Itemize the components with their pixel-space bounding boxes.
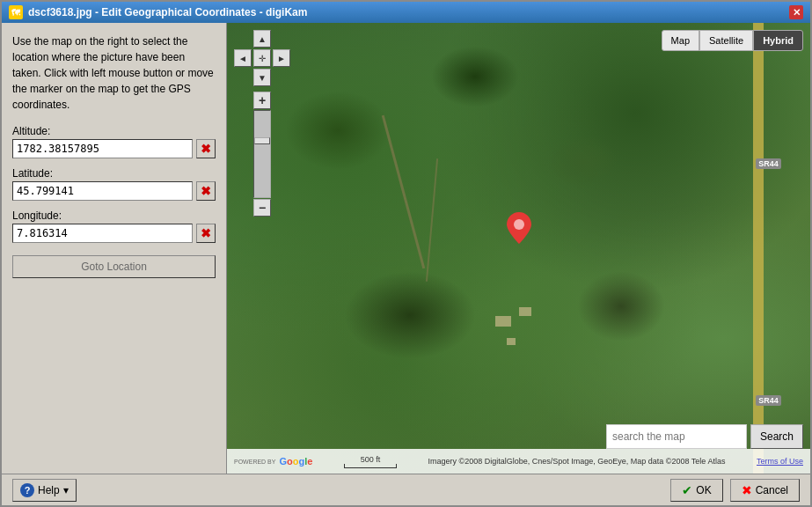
structure-2	[519, 307, 531, 316]
terrain-path-1	[382, 115, 425, 269]
bottom-bar: ? Help ▾ ✔ OK ✖ Cancel	[2, 474, 810, 505]
altitude-clear-button[interactable]: ✖	[196, 139, 216, 158]
terms-of-use-link[interactable]: Terms of Use	[757, 457, 803, 466]
map-search-input[interactable]	[606, 424, 747, 449]
nav-down-row: ▼	[253, 69, 271, 86]
titlebar-icon: 🗺	[9, 5, 23, 19]
map-footer: POWERED BY Google 500 ft Imagery ©2008 D…	[227, 449, 810, 474]
titlebar-title: dscf3618.jpg - Edit Geographical Coordin…	[28, 6, 307, 18]
nav-middle-row: ◄ ✛ ►	[234, 49, 290, 67]
nav-left-button[interactable]: ◄	[234, 49, 252, 67]
latitude-label: Latitude:	[12, 167, 216, 180]
map-copyright: Imagery ©2008 DigitalGlobe, Cnes/Spot Im…	[428, 457, 726, 466]
ok-label: OK	[696, 484, 711, 496]
main-window: 🗺 dscf3618.jpg - Edit Geographical Coord…	[0, 0, 812, 507]
nav-right-button[interactable]: ►	[273, 49, 290, 67]
terrain-path-2	[426, 158, 438, 282]
map-search-button[interactable]: Search	[750, 424, 803, 449]
ok-button[interactable]: ✔ OK	[670, 479, 722, 502]
scale-line	[344, 464, 397, 468]
location-pin-icon	[507, 212, 531, 244]
altitude-label: Altitude:	[12, 125, 216, 137]
structure-3	[507, 338, 516, 345]
road-label-1: SR44	[756, 158, 781, 169]
altitude-field-group: Altitude: ✖	[12, 125, 216, 162]
terrain-patch-5	[577, 271, 665, 342]
longitude-field-group: Longitude: ✖	[12, 209, 216, 246]
zoom-slider-container: + −	[253, 92, 271, 217]
map-type-satellite-button[interactable]: Satellite	[699, 30, 753, 51]
titlebar: 🗺 dscf3618.jpg - Edit Geographical Coord…	[2, 2, 810, 23]
nav-up-button[interactable]: ▲	[253, 30, 271, 48]
navigation-controls: ▲ ◄ ✛ ► ▼ + −	[234, 30, 290, 217]
help-dropdown-icon: ▾	[63, 484, 69, 496]
left-panel: Use the map on the right to select the l…	[2, 23, 226, 474]
ok-check-icon: ✔	[682, 483, 692, 497]
map-type-map-button[interactable]: Map	[662, 30, 699, 51]
zoom-thumb[interactable]	[254, 137, 270, 144]
scale-bar: 500 ft	[344, 455, 397, 468]
road-label-2: SR44	[756, 395, 781, 406]
map-type-hybrid-button[interactable]: Hybrid	[753, 30, 803, 51]
help-label: Help	[38, 484, 60, 496]
help-icon: ?	[20, 483, 34, 497]
map-marker	[507, 212, 531, 246]
terrain-patch-2	[431, 46, 519, 107]
latitude-clear-button[interactable]: ✖	[196, 181, 216, 201]
titlebar-left: 🗺 dscf3618.jpg - Edit Geographical Coord…	[9, 5, 307, 19]
action-buttons: ✔ OK ✖ Cancel	[670, 479, 800, 502]
cancel-button[interactable]: ✖ Cancel	[730, 479, 800, 502]
longitude-clear-button[interactable]: ✖	[196, 224, 216, 243]
latitude-input-row: ✖	[12, 181, 216, 201]
zoom-in-button[interactable]: +	[253, 92, 271, 109]
svg-point-0	[514, 219, 524, 230]
powered-by-text: POWERED BY	[234, 459, 275, 465]
right-panel: Map Satellite Hybrid SR44	[226, 23, 810, 474]
map-type-controls: Map Satellite Hybrid	[662, 30, 803, 51]
longitude-label: Longitude:	[12, 209, 216, 222]
longitude-input-row: ✖	[12, 224, 216, 243]
map-search-bar: Search	[606, 424, 803, 449]
help-button[interactable]: ? Help ▾	[12, 479, 77, 502]
zoom-out-button[interactable]: −	[253, 199, 271, 217]
goto-location-button[interactable]: Goto Location	[12, 255, 216, 278]
nav-down-button[interactable]: ▼	[253, 69, 271, 86]
google-logo: Google	[279, 456, 312, 467]
terrain-patch-4	[344, 271, 476, 359]
longitude-input[interactable]	[12, 224, 193, 243]
latitude-input[interactable]	[12, 181, 193, 201]
latitude-field-group: Latitude: ✖	[12, 167, 216, 204]
terrain-patch-3	[548, 136, 618, 188]
structure-1	[495, 316, 511, 327]
map-area[interactable]: SR44 SR44 ▲ ◄ ✛ ►	[227, 23, 810, 474]
altitude-input-row: ✖	[12, 139, 216, 158]
scale-text: 500 ft	[361, 455, 381, 464]
map-background: SR44 SR44	[227, 23, 810, 474]
map-branding: POWERED BY Google	[234, 456, 312, 467]
nav-center-button[interactable]: ✛	[253, 49, 271, 67]
altitude-input[interactable]	[12, 139, 193, 158]
cancel-label: Cancel	[756, 484, 788, 496]
nav-up-row: ▲	[253, 30, 271, 48]
close-button[interactable]: ✕	[789, 5, 803, 19]
zoom-track[interactable]	[253, 110, 271, 198]
cancel-x-icon: ✖	[742, 483, 752, 497]
terrain-patch-1	[285, 91, 391, 170]
instructions-text: Use the map on the right to select the l…	[12, 33, 216, 113]
main-content: Use the map on the right to select the l…	[2, 23, 810, 474]
road-vertical	[753, 23, 764, 474]
